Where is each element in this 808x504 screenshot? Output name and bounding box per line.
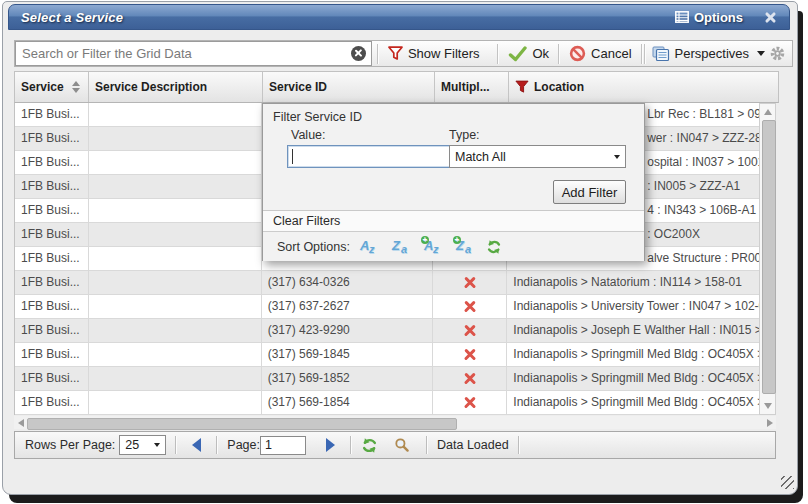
scroll-right-icon[interactable] [763,416,776,429]
cell-service-id: (317) 569-1854 [262,391,434,415]
separator [175,436,177,454]
column-header-multiplexed-label: Multipl... [441,80,490,94]
cell-description [89,391,262,415]
page-number-input[interactable] [260,436,306,455]
search-input[interactable] [15,41,372,66]
table-row[interactable]: 1FB Busi... (317) 569-1854 Indianapolis … [15,391,759,415]
multiplexed-x-icon [463,372,477,386]
cell-service-id: (317) 634-0326 [262,271,434,295]
cell-service: 1FB Busi... [15,247,89,271]
reset-sort-button[interactable] [486,239,502,255]
cell-multiplexed [433,295,507,319]
next-page-button[interactable] [326,438,335,452]
horizontal-scrollbar-thumb[interactable] [27,418,457,430]
settings-button[interactable] [769,45,786,62]
column-header-location-label: Location [534,80,584,94]
cell-service: 1FB Busi... [15,295,89,319]
sort-options-label: Sort Options: [277,240,350,254]
cell-service: 1FB Busi... [15,223,89,247]
sort-add-descending-icon[interactable]: + [456,238,476,256]
scroll-down-icon[interactable] [760,399,775,413]
column-header-location[interactable]: Location [509,72,778,102]
chevron-down-icon [154,443,160,447]
refresh-button[interactable] [361,437,378,454]
scroll-left-icon[interactable] [14,416,27,429]
cell-location: Indianapolis > University Tower : IN047 … [507,295,759,319]
cell-location: Indianapolis > Springmill Med Bldg : OC4… [507,391,759,415]
sort-ascending-icon[interactable] [360,238,380,256]
grid-toolbar: Show Filters Ok Cancel Perspectives [14,40,793,67]
filter-type-value: Match All [455,150,506,164]
pager-bar: Rows Per Page: 25 Page: Data Loaded [14,431,776,459]
filter-funnel-icon [515,80,529,94]
column-header-service-id[interactable]: Service ID [263,72,435,102]
perspectives-icon [652,46,670,62]
rows-per-page-label: Rows Per Page: [25,438,115,452]
status-text: Data Loaded [437,438,509,452]
sort-updown-icon [72,81,80,93]
options-button[interactable]: Options [675,10,743,25]
column-header-description[interactable]: Service Description [89,72,263,102]
chevron-down-icon [757,51,765,56]
cell-service: 1FB Busi... [15,391,89,415]
cell-multiplexed [433,271,507,295]
table-row[interactable]: 1FB Busi... (317) 569-1845 Indianapolis … [15,343,759,367]
cell-service: 1FB Busi... [15,199,89,223]
show-filters-button[interactable]: Show Filters [384,46,484,61]
sort-options-row: Sort Options: + + [263,232,644,261]
search-box [15,41,372,66]
cell-location: Indianapolis > Springmill Med Bldg : OC4… [507,343,759,367]
table-row[interactable]: 1FB Busi... (317) 569-1852 Indianapolis … [15,367,759,391]
cell-description [89,151,262,175]
table-row[interactable]: 1FB Busi... (317) 423-9290 Indianapolis … [15,319,759,343]
cell-description [89,319,262,343]
grid-header: Service Service Description Service ID M… [14,71,779,103]
horizontal-scrollbar[interactable] [14,416,776,429]
cell-description [89,295,262,319]
refresh-icon [486,239,502,255]
vertical-scrollbar[interactable] [759,103,776,415]
cell-description [89,103,262,127]
resize-grip[interactable] [781,476,794,489]
show-filters-label: Show Filters [408,46,480,61]
options-icon [675,11,689,23]
multiplexed-x-icon [463,276,477,290]
separator [518,436,520,454]
separator [644,44,646,64]
perspectives-label: Perspectives [675,46,749,61]
previous-page-button[interactable] [192,438,201,452]
dialog-titlebar[interactable]: Select a Service Options [8,4,790,30]
sort-add-ascending-icon[interactable]: + [424,238,444,256]
cancel-button[interactable]: Cancel [565,45,635,62]
ok-check-icon [508,46,527,62]
clear-search-icon[interactable] [351,46,366,61]
close-icon[interactable] [764,11,777,24]
column-header-service[interactable]: Service [15,72,89,102]
rows-per-page-select[interactable]: 25 [119,435,166,455]
add-filter-label: Add Filter [562,185,618,200]
vertical-scrollbar-thumb[interactable] [762,120,776,394]
page-label: Page: [227,438,260,452]
multiplexed-x-icon [463,396,477,410]
table-row[interactable]: 1FB Busi... (317) 637-2627 Indianapolis … [15,295,759,319]
chevron-down-icon [614,155,620,159]
scroll-up-icon[interactable] [760,105,775,119]
filter-type-select[interactable]: Match All [449,145,626,168]
cell-description [89,175,262,199]
cell-service: 1FB Busi... [15,343,89,367]
cell-service: 1FB Busi... [15,367,89,391]
multiplexed-x-icon [463,324,477,338]
cell-location: Indianapolis > Springmill Med Bldg : OC4… [507,367,759,391]
cell-service: 1FB Busi... [15,127,89,151]
find-button[interactable] [394,437,410,453]
table-row[interactable]: 1FB Busi... (317) 634-0326 Indianapolis … [15,271,759,295]
clear-filters-button[interactable]: Clear Filters [263,210,644,232]
ok-button[interactable]: Ok [504,46,553,62]
sort-descending-icon[interactable] [392,238,412,256]
filter-type-label: Type: [449,128,480,142]
cell-description [89,343,262,367]
add-filter-button[interactable]: Add Filter [553,180,626,204]
separator [497,44,499,64]
perspectives-button[interactable]: Perspectives [648,46,769,62]
column-header-multiplexed[interactable]: Multipl... [435,72,509,102]
